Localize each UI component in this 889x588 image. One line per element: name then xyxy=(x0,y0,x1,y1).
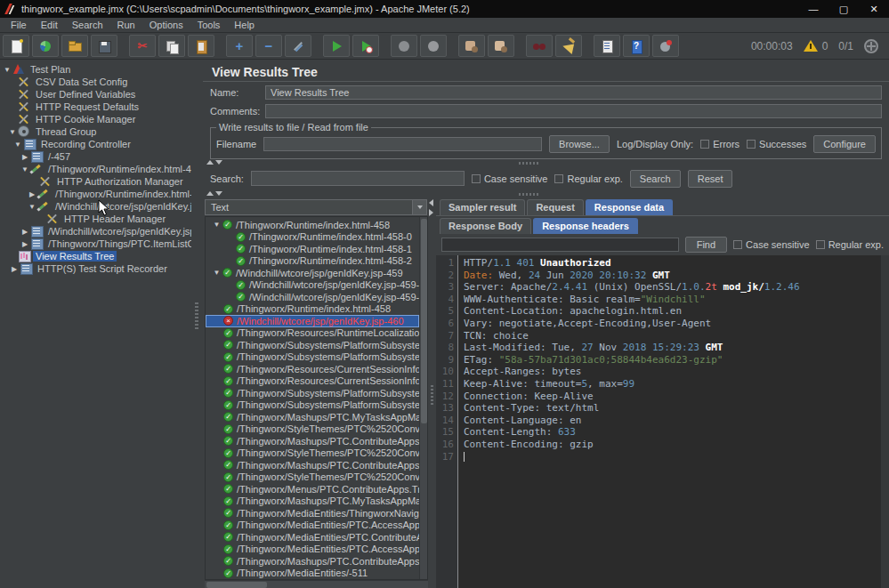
collapse-arrow-icon[interactable]: ▼ xyxy=(211,221,222,229)
expand-arrow-icon[interactable]: ▶ xyxy=(20,240,30,248)
result-item[interactable]: ×/Windchill/wtcore/jsp/genIdKey.jsp-460 xyxy=(206,315,419,327)
result-item[interactable]: ✓/Thingworx/Resources/CurrentSessionInfo… xyxy=(206,363,419,375)
menu-options[interactable]: Options xyxy=(142,19,190,31)
result-item[interactable]: ✓/Thingworx/Runtime/index.html-458 xyxy=(206,303,419,316)
collapse-all-button[interactable]: − xyxy=(255,35,282,57)
result-item[interactable]: ✓/Thingworx/MediaEntities/PTC.AccessApp.… xyxy=(206,520,419,532)
search-regex-checkbox[interactable] xyxy=(554,174,563,183)
scrollbar-thumb[interactable] xyxy=(421,219,427,423)
tree-item-thingworx-runtime-index-html-458[interactable]: ▶/Thingworx/Runtime/index.html-458 xyxy=(0,188,191,200)
result-item[interactable]: ✓/Thingworx/MediaEntities/ThingworxNavig… xyxy=(206,507,419,520)
tab-request[interactable]: Request xyxy=(527,199,583,215)
filename-input[interactable] xyxy=(263,137,542,151)
test-plan-tree[interactable]: ▼Test PlanCSV Data Set ConfigUser Define… xyxy=(0,60,191,588)
menu-tools[interactable]: Tools xyxy=(190,19,228,31)
collapse-arrow-icon[interactable]: ▼ xyxy=(7,128,18,136)
result-item[interactable]: ✓/Thingworx/StyleThemes/PTC%2520Converge… xyxy=(206,471,419,484)
results-horizontal-scrollbar[interactable] xyxy=(205,580,428,588)
lower-splitter[interactable] xyxy=(203,190,889,197)
shutdown-button[interactable] xyxy=(420,35,447,57)
new-button[interactable] xyxy=(3,35,29,57)
tree-item-http-s-test-script-recorder[interactable]: ▶HTTP(S) Test Script Recorder xyxy=(0,262,191,275)
result-item[interactable]: ✓/Thingworx/Runtime/index.html-458-0 xyxy=(206,231,419,244)
result-item[interactable]: ✓/Thingworx/Resources/RuntimeLocalizatio… xyxy=(206,327,419,340)
result-item[interactable]: ✓/Thingworx/Mashups/PTC.ContributeApps.M… xyxy=(206,435,419,447)
warning-icon[interactable] xyxy=(804,40,818,52)
stop-button[interactable] xyxy=(391,35,417,57)
copy-button[interactable] xyxy=(158,35,185,57)
results-vertical-scrollbar[interactable] xyxy=(419,217,427,579)
collapse-arrow-icon[interactable]: ▼ xyxy=(2,66,12,74)
scrollbar-thumb[interactable] xyxy=(206,582,267,588)
menu-help[interactable]: Help xyxy=(227,19,262,31)
start-button[interactable] xyxy=(323,35,350,57)
clear-button[interactable] xyxy=(458,35,485,57)
name-input[interactable] xyxy=(265,85,882,100)
help-button[interactable] xyxy=(623,35,650,57)
collapse-down-icon[interactable] xyxy=(215,191,222,196)
search-button[interactable] xyxy=(526,35,553,57)
tree-splitter[interactable] xyxy=(191,60,203,588)
subtab-response-body[interactable]: Response Body xyxy=(440,218,531,234)
response-headers-text[interactable]: HTTP/1.1 401 UnauthorizedDate: Wed, 24 J… xyxy=(457,255,880,588)
start-no-pauses-button[interactable] xyxy=(352,35,379,57)
search-reset-button[interactable] xyxy=(555,35,582,57)
menu-file[interactable]: File xyxy=(4,19,34,31)
tree-item-http-request-defaults[interactable]: HTTP Request Defaults xyxy=(0,101,191,113)
result-item[interactable]: ✓/Thingworx/MediaEntities/PTC.Contribute… xyxy=(206,531,419,544)
find-button[interactable]: Find xyxy=(685,237,727,253)
menu-edit[interactable]: Edit xyxy=(34,19,65,31)
expand-arrow-icon[interactable]: ▶ xyxy=(20,153,30,161)
templates-button[interactable] xyxy=(32,35,59,57)
close-button[interactable]: ✕ xyxy=(859,0,889,18)
expand-arrow-icon[interactable]: ▶ xyxy=(27,190,37,198)
configure-button[interactable]: Configure xyxy=(813,135,876,153)
editor-vertical-scrollbar[interactable] xyxy=(880,255,889,588)
subtab-response-headers[interactable]: Response headers xyxy=(533,218,638,234)
find-input[interactable] xyxy=(441,238,679,252)
maximize-button[interactable]: ▢ xyxy=(828,0,859,18)
collapse-up-icon[interactable] xyxy=(206,160,214,165)
expand-arrow-icon[interactable]: ▶ xyxy=(9,265,20,273)
result-item[interactable]: ✓/Thingworx/MediaEntities/PTC.AccessApp.… xyxy=(206,544,419,556)
tree-item-test-plan[interactable]: ▼Test Plan xyxy=(0,63,191,76)
result-item[interactable]: ✓/Thingworx/Menus/PTC.ContributeApps.Tra… xyxy=(206,483,419,495)
tree-item-csv-data-set-config[interactable]: CSV Data Set Config xyxy=(0,76,191,88)
results-list[interactable]: ▼✓/Thingworx/Runtime/index.html-458✓/Thi… xyxy=(206,217,419,579)
tab-response-data[interactable]: Response data xyxy=(586,199,673,215)
find-case-checkbox[interactable] xyxy=(733,240,742,249)
function-helper-button[interactable] xyxy=(594,35,620,57)
tab-sampler-result[interactable]: Sampler result xyxy=(440,199,525,215)
paste-button[interactable] xyxy=(188,35,214,57)
minimize-button[interactable]: — xyxy=(798,0,828,18)
result-item[interactable]: ✓/Thingworx/Subsystems/PlatformSubsystem… xyxy=(206,351,419,364)
menu-run[interactable]: Run xyxy=(110,19,142,31)
tree-item-view-results-tree[interactable]: View Results Tree xyxy=(0,250,191,262)
view-mode-select[interactable]: Text xyxy=(205,199,427,215)
reset-button[interactable]: Reset xyxy=(688,170,733,188)
result-item[interactable]: ✓/Thingworx/Mashups/PTC.MyTasksAppMashup… xyxy=(206,495,419,508)
comments-input[interactable] xyxy=(265,104,882,118)
result-item[interactable]: ✓/Thingworx/Subsystems/PlatformSubsystem… xyxy=(206,387,419,399)
save-button[interactable] xyxy=(91,35,117,57)
collapse-left-icon[interactable] xyxy=(429,199,433,206)
browse-button[interactable]: Browse... xyxy=(549,135,610,153)
upper-splitter[interactable] xyxy=(203,159,889,166)
tree-item-windchill-wtcore-jsp-genidkey-jsp-459[interactable]: ▼/Windchill/wtcore/jsp/genIdKey.jsp-459 xyxy=(0,200,191,213)
result-item[interactable]: ✓/Thingworx/Mashups/PTC.ContributeApps.M… xyxy=(206,555,419,568)
result-item[interactable]: ✓/Thingworx/StyleThemes/PTC%2520Converge… xyxy=(206,423,419,436)
result-item[interactable]: ▼✓/Windchill/wtcore/jsp/genIdKey.jsp-459 xyxy=(206,267,419,279)
menu-search[interactable]: Search xyxy=(65,19,110,31)
result-item[interactable]: ✓/Thingworx/Mashups/PTC.MyTasksAppMashup… xyxy=(206,411,419,423)
tree-item-user-defined-variables[interactable]: User Defined Variables xyxy=(0,88,191,101)
result-item[interactable]: ✓/Thingworx/StyleThemes/PTC%2520Converge… xyxy=(206,447,419,460)
toggle-button[interactable] xyxy=(285,35,311,57)
tree-item-457[interactable]: ▶/-457 xyxy=(0,150,191,163)
result-item[interactable]: ▼✓/Thingworx/Runtime/index.html-458 xyxy=(206,219,419,231)
result-item[interactable]: ✓/Thingworx/Mashups/PTC.ContributeApps.M… xyxy=(206,459,419,471)
result-item[interactable]: ✓/Thingworx/Subsystems/PlatformSubsystem… xyxy=(206,399,419,412)
errors-checkbox[interactable] xyxy=(700,140,709,149)
tree-item-thingworx-runtime-index-html-458[interactable]: ▼/Thingworx/Runtime/index.html-458 xyxy=(0,163,191,175)
tree-item-thingworx-things-ptc-itemlistcomponen[interactable]: ▶/Thingworx/Things/PTC.ItemListComponen xyxy=(0,238,191,250)
expand-all-button[interactable]: + xyxy=(226,35,253,57)
